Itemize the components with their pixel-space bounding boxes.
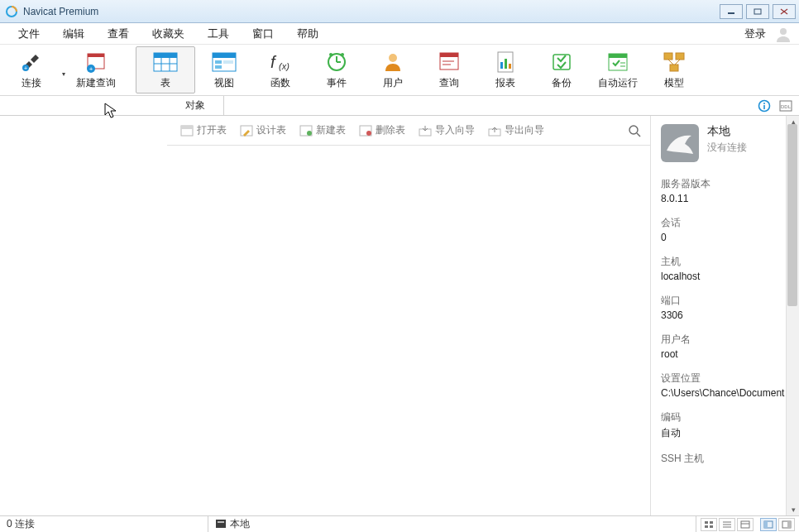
ddl-toggle[interactable]: DDL <box>779 99 792 113</box>
server-version-label: 服务器版本 <box>661 177 791 191</box>
view-grid[interactable] <box>701 518 717 531</box>
autorun-icon <box>605 50 630 74</box>
svg-point-27 <box>329 53 333 56</box>
menu-file[interactable]: 文件 <box>7 25 51 43</box>
maximize-button[interactable] <box>746 4 769 19</box>
avatar-icon[interactable] <box>774 25 792 43</box>
svg-rect-73 <box>741 521 749 528</box>
svg-point-59 <box>366 131 371 136</box>
svg-rect-50 <box>763 105 765 109</box>
toolbar-backup[interactable]: 备份 <box>533 45 590 95</box>
delete-table-icon <box>359 124 372 137</box>
view-mode-group <box>696 516 799 532</box>
toolbar-function-label: 函数 <box>270 76 290 90</box>
connection-tree[interactable] <box>0 116 167 515</box>
toolbar-connect[interactable]: + 连接 <box>3 45 60 95</box>
toolbar-table[interactable]: 表 <box>136 46 195 93</box>
plug-icon: + <box>19 50 44 74</box>
scroll-down-icon[interactable]: ▾ <box>789 506 797 514</box>
menu-edit[interactable]: 编辑 <box>51 25 96 43</box>
connection-status: 没有连接 <box>707 141 747 155</box>
minimize-button[interactable] <box>720 4 743 19</box>
connection-name: 本地 <box>707 124 747 139</box>
toolbar-event-label: 事件 <box>327 76 347 90</box>
svg-rect-1 <box>728 12 734 14</box>
scroll-thumb[interactable] <box>787 124 797 306</box>
ssh-host-label: SSH 主机 <box>661 452 791 466</box>
svg-rect-65 <box>218 521 224 523</box>
toolbar-connect-dropdown[interactable]: ▾ <box>60 45 68 95</box>
status-connection-name: 本地 <box>208 516 696 532</box>
info-toggle[interactable] <box>758 99 771 113</box>
open-table-icon <box>180 124 194 137</box>
toolbar-model[interactable]: 模型 <box>646 45 702 95</box>
svg-rect-69 <box>710 525 713 528</box>
svg-rect-9 <box>88 54 104 57</box>
toolbar-function[interactable]: f(x) 函数 <box>252 45 309 95</box>
svg-rect-20 <box>223 60 233 64</box>
backup-icon <box>549 50 574 74</box>
menu-tools[interactable]: 工具 <box>196 25 241 43</box>
svg-rect-66 <box>705 521 708 524</box>
menu-window[interactable]: 窗口 <box>241 25 285 43</box>
toolbar-user[interactable]: 用户 <box>365 45 421 95</box>
main-area: 打开表 设计表 新建表 删除表 导入向导 导出向导 本地 没有连接 服务器版本8… <box>0 116 799 515</box>
export-wizard-button[interactable]: 导出向导 <box>483 122 549 139</box>
toolbar-autorun[interactable]: 自动运行 <box>590 45 646 95</box>
clock-icon <box>324 50 349 74</box>
svg-rect-54 <box>181 126 193 129</box>
statusbar: 0 连接 本地 <box>0 515 799 532</box>
toolbar-event[interactable]: 事件 <box>309 45 365 95</box>
host-label: 主机 <box>661 255 791 269</box>
object-list[interactable] <box>167 146 650 515</box>
svg-rect-67 <box>710 521 713 524</box>
toolbar-report[interactable]: 报表 <box>477 45 533 95</box>
view-icon <box>212 50 237 74</box>
panel-toggle-left[interactable] <box>760 518 777 531</box>
delete-table-button[interactable]: 删除表 <box>354 122 410 139</box>
tab-objects[interactable]: 对象 <box>167 96 224 115</box>
user-value: root <box>661 348 791 360</box>
app-icon <box>5 5 18 18</box>
view-detail[interactable] <box>737 518 754 531</box>
design-table-label: 设计表 <box>256 123 286 137</box>
toolbar-view[interactable]: 视图 <box>196 45 252 95</box>
login-link[interactable]: 登录 <box>739 25 771 43</box>
menu-favorites[interactable]: 收藏夹 <box>141 25 196 43</box>
menu-view[interactable]: 查看 <box>96 25 141 43</box>
svg-rect-2 <box>754 9 761 14</box>
toolbar-backup-label: 备份 <box>552 76 572 90</box>
toolbar-query[interactable]: 查询 <box>421 45 477 95</box>
import-icon <box>419 124 432 137</box>
svg-rect-40 <box>609 54 627 58</box>
close-button[interactable] <box>773 4 796 19</box>
svg-point-28 <box>341 53 344 56</box>
svg-point-57 <box>307 131 312 136</box>
svg-text:f: f <box>270 53 277 71</box>
toolbar-connect-label: 连接 <box>22 76 41 90</box>
open-table-button[interactable]: 打开表 <box>175 122 232 139</box>
tabstrip: 对象 DDL <box>0 96 799 116</box>
svg-rect-68 <box>705 525 708 528</box>
svg-point-62 <box>629 126 638 134</box>
panel-toggle-right[interactable] <box>778 518 795 531</box>
svg-rect-76 <box>764 521 768 528</box>
view-list[interactable] <box>719 518 735 531</box>
user-icon <box>380 50 405 74</box>
toolbar-report-label: 报表 <box>495 76 515 90</box>
svg-point-49 <box>763 103 765 104</box>
design-table-button[interactable]: 设计表 <box>235 122 291 139</box>
info-scrollbar[interactable]: ▴ ▾ <box>786 116 799 515</box>
import-wizard-button[interactable]: 导入向导 <box>414 122 480 139</box>
search-button[interactable] <box>627 123 642 138</box>
encoding-label: 编码 <box>661 410 791 424</box>
toolbar-autorun-label: 自动运行 <box>598 76 638 90</box>
new-table-button[interactable]: 新建表 <box>294 122 351 139</box>
svg-rect-19 <box>215 60 222 64</box>
menu-help[interactable]: 帮助 <box>285 25 330 43</box>
svg-line-47 <box>675 60 680 65</box>
svg-text:+: + <box>24 65 27 71</box>
toolbar-newquery[interactable]: + 新建查询 <box>68 45 124 95</box>
server-version-value: 8.0.11 <box>661 193 791 204</box>
encoding-value: 自动 <box>661 426 791 440</box>
